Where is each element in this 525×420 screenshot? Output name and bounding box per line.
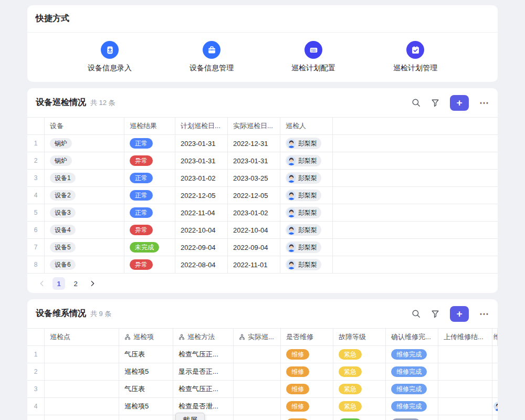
- planned-date-cell[interactable]: 2022-10-04: [175, 222, 228, 238]
- planned-date-cell[interactable]: 2023-01-02: [175, 170, 228, 186]
- table-row[interactable]: 5巡检项5显示是否正...维修重要维修中: [27, 415, 498, 420]
- confirm-cell[interactable]: 维修完成: [386, 363, 438, 380]
- actual-cell[interactable]: [234, 381, 281, 397]
- repair-cell[interactable]: 维修: [281, 381, 333, 397]
- fault-level-cell[interactable]: 紧急: [333, 363, 386, 380]
- fault-level-cell[interactable]: 重要: [333, 415, 386, 420]
- table-row[interactable]: 3设备1正常2023-01-022023-03-25彭梨梨: [27, 170, 498, 187]
- inspector-cell[interactable]: 彭梨梨: [280, 256, 333, 273]
- table-row[interactable]: 6设备4异常2022-10-042022-10-04彭梨梨: [27, 222, 498, 239]
- more-menu-button[interactable]: ⋯: [479, 308, 489, 320]
- method-cell[interactable]: 检查气压正...: [173, 346, 234, 363]
- table-row[interactable]: 8设备6异常2022-08-042022-11-01彭梨梨: [27, 256, 498, 274]
- planned-date-cell[interactable]: 2022-09-04: [175, 239, 228, 256]
- inspector-cell[interactable]: 彭梨梨: [280, 135, 333, 152]
- upload-cell[interactable]: [438, 381, 492, 397]
- shortcut-item[interactable]: 巡检计划管理: [379, 41, 452, 73]
- upload-cell[interactable]: [438, 346, 492, 363]
- device-cell[interactable]: 锅炉: [45, 135, 124, 152]
- point-cell[interactable]: [45, 398, 119, 415]
- result-cell[interactable]: 正常: [124, 170, 175, 186]
- result-cell[interactable]: 正常: [124, 135, 175, 152]
- confirm-cell[interactable]: 维修完成: [386, 346, 438, 363]
- column-header[interactable]: 设备: [45, 118, 124, 134]
- inspector-cell[interactable]: 彭梨梨: [280, 152, 333, 169]
- planned-date-cell[interactable]: 2023-01-31: [175, 152, 228, 169]
- inspector-cell[interactable]: 彭梨梨: [280, 187, 333, 204]
- result-cell[interactable]: 异常: [124, 222, 175, 238]
- column-header[interactable]: 实际巡检日...: [228, 118, 280, 134]
- table-row[interactable]: 1气压表检查气压正...维修紧急维修完成: [27, 346, 498, 363]
- actual-date-cell[interactable]: 2022-11-01: [228, 256, 280, 273]
- table-row[interactable]: 5设备3正常2022-11-042023-01-02彭梨梨: [27, 204, 498, 222]
- column-header[interactable]: 确认维修完...: [386, 329, 438, 345]
- search-button[interactable]: [412, 309, 421, 318]
- result-cell[interactable]: 未完成: [124, 239, 175, 256]
- column-header[interactable]: 巡检方法: [173, 329, 234, 345]
- upload-cell[interactable]: [438, 398, 492, 415]
- repair-cell[interactable]: 维修: [281, 346, 333, 363]
- inspector-cell[interactable]: 彭梨梨: [280, 204, 333, 221]
- actual-cell[interactable]: [234, 398, 281, 415]
- method-cell[interactable]: 检查气压正...: [173, 381, 234, 397]
- fault-level-cell[interactable]: 紧急: [333, 381, 386, 397]
- column-header[interactable]: 故障等级: [333, 329, 386, 345]
- point-cell[interactable]: [45, 381, 119, 397]
- table-row[interactable]: 4巡检项5检查是否泄...维修紧急维修完成: [27, 398, 498, 415]
- shortcut-item[interactable]: 设备信息录入: [73, 41, 146, 73]
- next-page-button[interactable]: [86, 277, 99, 290]
- table-row[interactable]: 2巡检项5显示是否正...维修紧急维修完成: [27, 363, 498, 381]
- planned-date-cell[interactable]: 2023-01-31: [175, 135, 228, 152]
- actual-cell[interactable]: [234, 346, 281, 363]
- device-cell[interactable]: 设备5: [45, 239, 124, 256]
- actual-cell[interactable]: [234, 363, 281, 380]
- column-header[interactable]: 计划巡检日...: [175, 118, 228, 134]
- actual-date-cell[interactable]: 2022-10-04: [228, 222, 280, 238]
- search-button[interactable]: [412, 98, 421, 107]
- actual-date-cell[interactable]: 2022-09-04: [228, 239, 280, 256]
- device-cell[interactable]: 设备2: [45, 187, 124, 204]
- item-cell[interactable]: 巡检项5: [119, 363, 173, 380]
- upload-cell[interactable]: [438, 415, 492, 420]
- add-record-button[interactable]: +: [450, 95, 469, 111]
- repair-cell[interactable]: 维修: [281, 398, 333, 415]
- device-cell[interactable]: 设备3: [45, 204, 124, 221]
- column-header[interactable]: 巡检点: [45, 329, 119, 345]
- item-cell[interactable]: 巡检项5: [119, 415, 173, 420]
- column-header[interactable]: 维: [492, 329, 498, 345]
- planned-date-cell[interactable]: 2022-08-04: [175, 256, 228, 273]
- filter-button[interactable]: [431, 310, 439, 318]
- point-cell[interactable]: [45, 363, 119, 380]
- device-cell[interactable]: 锅炉: [45, 152, 124, 169]
- more-menu-button[interactable]: ⋯: [479, 97, 489, 109]
- page-button[interactable]: 2: [69, 277, 82, 290]
- device-cell[interactable]: 设备1: [45, 170, 124, 186]
- result-cell[interactable]: 异常: [124, 152, 175, 169]
- column-header[interactable]: 巡检人: [280, 118, 333, 134]
- column-header[interactable]: 巡检项: [119, 329, 173, 345]
- table-row[interactable]: 7设备5未完成2022-09-042022-09-04彭梨梨: [27, 239, 498, 256]
- actual-date-cell[interactable]: 2022-12-05: [228, 187, 280, 204]
- table-row[interactable]: 4设备2正常2022-12-052022-12-05彭梨梨: [27, 187, 498, 204]
- repair-cell[interactable]: 维修: [281, 363, 333, 380]
- inspector-cell[interactable]: 彭梨梨: [280, 222, 333, 238]
- extra-cell[interactable]: [492, 363, 498, 380]
- column-header[interactable]: 实际巡...: [234, 329, 281, 345]
- upload-cell[interactable]: [438, 363, 492, 380]
- extra-cell[interactable]: [492, 346, 498, 363]
- table-row[interactable]: 3气压表检查气压正...维修紧急维修完成: [27, 381, 498, 398]
- result-cell[interactable]: 正常: [124, 187, 175, 204]
- result-cell[interactable]: 异常: [124, 256, 175, 273]
- actual-date-cell[interactable]: 2023-01-31: [228, 152, 280, 169]
- inspector-cell[interactable]: 彭梨梨: [280, 170, 333, 186]
- confirm-cell[interactable]: 维修完成: [386, 398, 438, 415]
- actual-date-cell[interactable]: 2023-03-25: [228, 170, 280, 186]
- device-cell[interactable]: 设备4: [45, 222, 124, 238]
- point-cell[interactable]: [45, 346, 119, 363]
- point-cell[interactable]: [45, 415, 119, 420]
- actual-cell[interactable]: [234, 415, 281, 420]
- method-cell[interactable]: 显示是否正...: [173, 363, 234, 380]
- extra-cell[interactable]: [492, 381, 498, 397]
- result-cell[interactable]: 正常: [124, 204, 175, 221]
- column-header[interactable]: 是否维修: [281, 329, 333, 345]
